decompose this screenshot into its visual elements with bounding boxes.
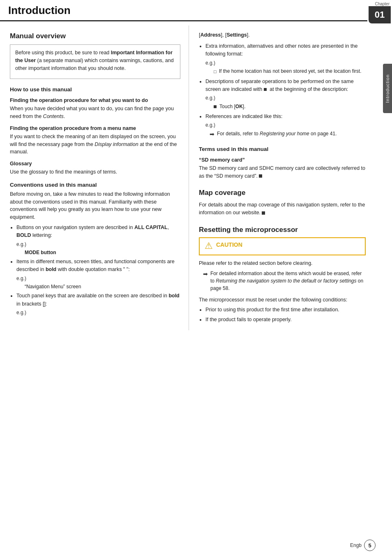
bullet5-eg: e.g.) <box>205 94 366 102</box>
conventions-list: Buttons on your navigation system are de… <box>16 224 180 317</box>
info-box: Before using this product, be sure to re… <box>10 44 180 79</box>
bullet6-eg: e.g.) <box>205 121 366 129</box>
micro-bullet-2: If the product fails to operate properly… <box>205 316 366 324</box>
resetting-title: Resetting the microprocessor <box>199 226 366 234</box>
caution-arrow: ➡ <box>203 270 208 278</box>
finding-op-text: When you have decided what you want to d… <box>10 105 180 120</box>
convention-bullet-4: Extra information, alternatives and othe… <box>205 42 366 75</box>
caution-label: CAUTION <box>216 241 242 248</box>
bullet6-ref: ➡ For details, refer to Registering your… <box>210 130 366 139</box>
caution-ref: ➡ For detailed information about the ite… <box>203 270 366 292</box>
terms-title: Terms used in this manual <box>199 146 366 152</box>
manual-overview-title: Manual overview <box>10 32 180 40</box>
checkbox-item: □ If the home location has not been stor… <box>214 67 366 75</box>
convention-bullet-3: Touch panel keys that are available on t… <box>16 292 180 316</box>
caution-text: Please refer to the related section befo… <box>199 259 366 267</box>
footer-lang: Engb <box>350 542 362 548</box>
bullet3-eg: e.g.) <box>16 309 180 317</box>
bullet1-example: MODE button <box>25 249 180 256</box>
chapter-label: Chapter <box>367 0 392 6</box>
side-tab-introduction: Introduction <box>383 64 392 113</box>
right-conventions-list: Extra information, alternatives and othe… <box>205 42 366 139</box>
microprocessor-text: The microprocessor must be reset under t… <box>199 296 366 304</box>
convention-bullet-2: Items in different menus, screen titles,… <box>16 258 180 290</box>
finding-menu-title: Finding the operation procedure from a m… <box>10 125 180 131</box>
checkbox-symbol: □ <box>214 68 217 75</box>
map-coverage-text: For details about the map coverage of th… <box>199 201 366 217</box>
conventions-title: Conventions used in this manual <box>10 182 180 188</box>
sd-subtitle: “SD memory card” <box>199 157 366 163</box>
page-title: Introduction <box>8 4 359 17</box>
bracket-example: [Address], [Settings]. <box>199 31 366 39</box>
caution-content: CAUTION <box>216 241 242 248</box>
caution-icon: ⚠ <box>205 241 213 251</box>
glossary-text: Use the glossary to find the meanings of… <box>10 168 180 176</box>
sd-end-mark <box>259 174 262 178</box>
how-to-use-title: How to use this manual <box>10 86 180 93</box>
convention-bullet-5: Descriptions of separate operations to b… <box>205 78 366 110</box>
bullet2-eg: e.g.) <box>16 275 180 283</box>
convention-bullet-1: Buttons on your navigation system are de… <box>16 224 180 256</box>
sd-text: The SD memory card and SDHC memory card … <box>199 164 366 180</box>
glossary-title: Glossary <box>10 161 180 167</box>
arrow-symbol: ➡ <box>210 130 214 139</box>
right-column: [Address], [Settings]. Extra information… <box>189 25 374 330</box>
main-content: Manual overview Before using this produc… <box>0 21 380 334</box>
bullet1-eg: e.g.) <box>16 241 180 248</box>
convention-bullet-6: References are indicated like this: e.g.… <box>205 113 366 139</box>
bullet5-example: Touch [OK]. <box>214 103 366 110</box>
footer: Engb 5 <box>350 540 376 551</box>
conventions-text: Before moving on, take a few minutes to … <box>10 190 180 221</box>
caution-box: ⚠ CAUTION <box>199 237 366 255</box>
footer-page: 5 <box>364 540 376 551</box>
map-coverage-title: Map coverage <box>199 189 366 197</box>
micro-bullet-1: Prior to using this product for the firs… <box>205 306 366 314</box>
left-column: Manual overview Before using this produc… <box>0 25 189 330</box>
finding-menu-text: If you want to check the meaning of an i… <box>10 133 180 156</box>
page-header: Introduction <box>0 0 367 21</box>
microprocessor-list: Prior to using this product for the firs… <box>205 306 366 324</box>
bullet4-eg: e.g.) <box>205 59 366 67</box>
chapter-number: 01 <box>369 6 391 23</box>
finding-op-title: Finding the operation procedure for what… <box>10 97 180 103</box>
bullet2-example: “Navigation Menu” screen <box>25 283 180 290</box>
map-end-mark <box>262 211 265 215</box>
info-box-text: Before using this product, be sure to re… <box>15 49 175 72</box>
chapter-tab: Chapter 01 <box>367 0 392 23</box>
